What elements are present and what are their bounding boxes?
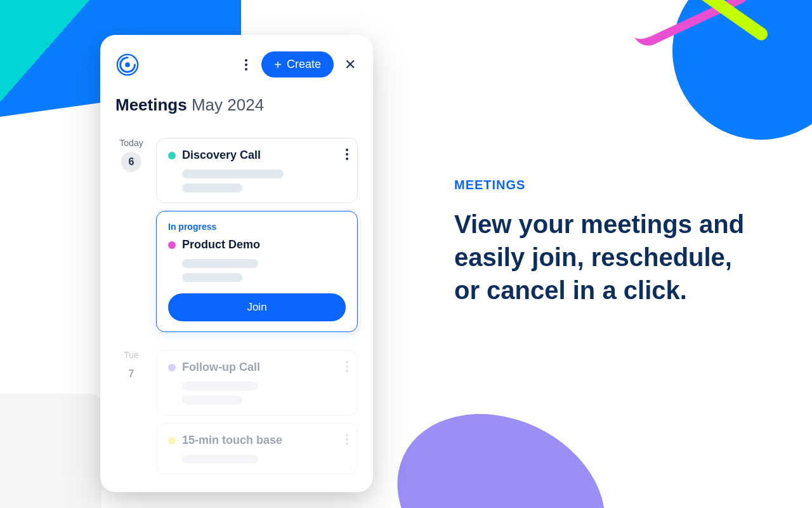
event-color-dot xyxy=(168,437,176,444)
page-title: Meetings May 2024 xyxy=(115,95,358,115)
panel-header: + Create ✕ xyxy=(115,51,358,77)
create-button[interactable]: + Create xyxy=(261,51,334,77)
create-button-label: Create xyxy=(287,58,321,71)
close-icon[interactable]: ✕ xyxy=(343,57,358,72)
meeting-detail-placeholder xyxy=(182,455,346,464)
day-section-upcoming: Tue 7 Follow-up Call 15-min touch b xyxy=(115,350,358,474)
meeting-title: Discovery Call xyxy=(182,149,261,162)
day-name: Tue xyxy=(115,350,147,360)
day-number[interactable]: 6 xyxy=(121,152,141,172)
marketing-copy: MEETINGS View your meetings and easily j… xyxy=(454,178,746,307)
headline-text: View your meetings and easily join, resc… xyxy=(454,208,746,307)
eyebrow-label: MEETINGS xyxy=(454,178,746,192)
meeting-card[interactable]: 15-min touch base xyxy=(156,423,358,474)
meeting-detail-placeholder xyxy=(182,382,346,404)
bg-decoration xyxy=(0,394,102,508)
meeting-card[interactable]: Discovery Call xyxy=(156,138,358,203)
event-color-dot xyxy=(168,241,176,249)
meeting-title: Product Demo xyxy=(182,238,260,251)
bg-decoration xyxy=(369,381,634,508)
day-section-today: Today 6 Discovery Call In progress P xyxy=(115,138,358,332)
meeting-title: 15-min touch base xyxy=(182,434,282,447)
event-color-dot xyxy=(168,152,176,159)
card-menu-icon[interactable] xyxy=(346,361,348,372)
meeting-status: In progress xyxy=(168,222,346,232)
app-logo-icon xyxy=(115,53,140,77)
meetings-panel: + Create ✕ Meetings May 2024 Today 6 Dis… xyxy=(100,35,373,492)
plus-icon: + xyxy=(274,58,282,71)
meeting-detail-placeholder xyxy=(182,170,346,192)
meeting-detail-placeholder xyxy=(182,259,346,282)
meeting-card-active[interactable]: In progress Product Demo Join xyxy=(156,211,358,332)
join-button[interactable]: Join xyxy=(168,293,346,321)
meeting-card[interactable]: Follow-up Call xyxy=(156,350,358,415)
day-number[interactable]: 7 xyxy=(121,364,141,384)
day-name: Today xyxy=(115,138,147,148)
event-color-dot xyxy=(168,364,176,371)
meeting-title: Follow-up Call xyxy=(182,361,260,374)
panel-menu-icon[interactable] xyxy=(240,55,252,74)
card-menu-icon[interactable] xyxy=(346,434,348,445)
card-menu-icon[interactable] xyxy=(346,149,348,160)
svg-point-1 xyxy=(125,62,130,67)
